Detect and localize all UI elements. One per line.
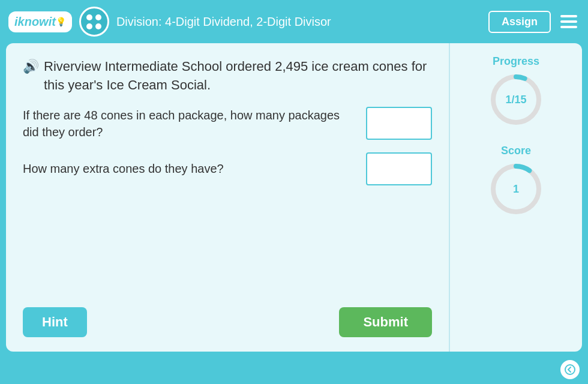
svg-point-4 bbox=[565, 365, 575, 374]
sub-question-1-text: If there are 48 cones in each package, h… bbox=[23, 107, 354, 140]
back-button[interactable] bbox=[559, 359, 581, 380]
progress-circle: 1/15 bbox=[489, 73, 543, 127]
back-arrow-icon bbox=[565, 364, 575, 375]
score-circle: 1 bbox=[489, 162, 543, 216]
answer-input-1[interactable] bbox=[366, 107, 432, 140]
assign-button[interactable]: Assign bbox=[488, 11, 551, 33]
progress-block: Progress 1/15 bbox=[489, 55, 543, 127]
score-value: 1 bbox=[513, 183, 519, 196]
menu-bar bbox=[560, 26, 577, 28]
main-content: 🔊 Riverview Intermediate School ordered … bbox=[6, 43, 582, 352]
speaker-icon[interactable]: 🔊 bbox=[23, 59, 39, 74]
sub-question-row-2: How many extra cones do they have? bbox=[23, 152, 432, 185]
menu-bar bbox=[560, 15, 577, 17]
film-dot bbox=[95, 23, 101, 29]
film-icon bbox=[79, 7, 109, 37]
logo-text: iknowit bbox=[14, 15, 56, 29]
menu-button[interactable] bbox=[558, 13, 580, 31]
menu-bar bbox=[560, 20, 577, 23]
film-dot bbox=[86, 23, 92, 29]
film-dots bbox=[86, 14, 101, 29]
submit-button[interactable]: Submit bbox=[339, 307, 432, 337]
score-label: Score bbox=[501, 145, 531, 157]
question-area: 🔊 Riverview Intermediate School ordered … bbox=[23, 58, 432, 295]
film-dot bbox=[86, 14, 92, 20]
right-panel: Progress 1/15 Score 1 bbox=[450, 43, 582, 352]
progress-value: 1/15 bbox=[505, 94, 526, 106]
sub-question-row-1: If there are 48 cones in each package, h… bbox=[23, 107, 432, 140]
score-block: Score 1 bbox=[489, 145, 543, 216]
header: iknowit 💡 Division: 4-Digit Dividend, 2-… bbox=[0, 0, 588, 43]
page-title: Division: 4-Digit Dividend, 2-Digit Divi… bbox=[116, 15, 481, 29]
bulb-icon: 💡 bbox=[56, 17, 66, 26]
logo: iknowit 💡 bbox=[8, 11, 72, 32]
sub-question-2-text: How many extra cones do they have? bbox=[23, 160, 354, 177]
bottom-buttons: Hint Submit bbox=[23, 307, 432, 337]
hint-button[interactable]: Hint bbox=[23, 307, 87, 337]
film-dot bbox=[95, 14, 101, 20]
answer-input-2[interactable] bbox=[366, 152, 432, 185]
progress-label: Progress bbox=[493, 55, 539, 68]
question-intro: Riverview Intermediate School ordered 2,… bbox=[44, 58, 432, 95]
sub-questions: If there are 48 cones in each package, h… bbox=[23, 107, 432, 185]
footer bbox=[0, 358, 588, 384]
left-panel: 🔊 Riverview Intermediate School ordered … bbox=[6, 43, 450, 352]
question-header: 🔊 Riverview Intermediate School ordered … bbox=[23, 58, 432, 95]
